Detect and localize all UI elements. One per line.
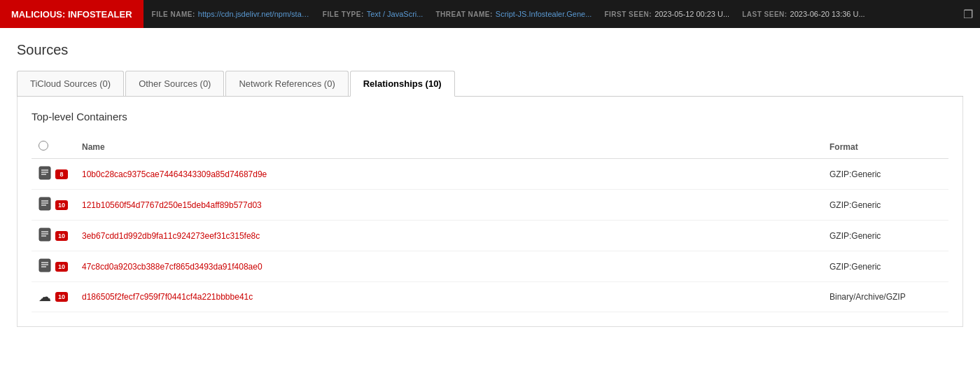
file-name-label: FILE NAME: bbox=[152, 11, 195, 18]
expand-icon[interactable]: ❐ bbox=[963, 8, 973, 21]
tab-0[interactable]: TiCloud Sources (0) bbox=[17, 71, 124, 96]
threat-count-badge: 10 bbox=[55, 200, 68, 210]
cloud-file-icon: ☁ bbox=[38, 289, 51, 305]
last-seen-value: 2023-06-20 13:36 U... bbox=[790, 10, 865, 18]
hash-link[interactable]: 121b10560f54d7767d250e15deb4aff89b577d03 bbox=[82, 200, 262, 210]
svg-rect-0 bbox=[39, 167, 50, 179]
table-section-title: Top-level Containers bbox=[31, 111, 948, 123]
row-icon-cell: 10 bbox=[31, 251, 75, 282]
table-row: 1047c8cd0a9203cb388e7cf865d3493da91f408a… bbox=[31, 251, 948, 282]
row-format-cell: GZIP:Generic bbox=[822, 251, 948, 282]
row-icons: 10 bbox=[38, 197, 68, 213]
circle-icon bbox=[38, 141, 48, 151]
tabs-bar: TiCloud Sources (0)Other Sources (0)Netw… bbox=[17, 71, 963, 97]
threat-count-badge: 10 bbox=[55, 292, 68, 302]
table-container: Top-level Containers Name Format 810b0c2… bbox=[17, 97, 963, 327]
first-seen-item: FIRST SEEN: 2023-05-12 00:23 U... bbox=[604, 10, 729, 18]
top-bar: MALICIOUS: INFOSTEALER FILE NAME: https:… bbox=[0, 0, 980, 28]
col-icon bbox=[31, 135, 75, 159]
hash-link[interactable]: 47c8cd0a9203cb388e7cf865d3493da91f408ae0 bbox=[82, 262, 262, 272]
threat-name-value[interactable]: Script-JS.Infostealer.Gene... bbox=[496, 10, 592, 18]
svg-rect-12 bbox=[39, 259, 50, 272]
file-name-value[interactable]: https://cdn.jsdelivr.net/npm/standforusz… bbox=[198, 10, 310, 18]
row-hash-cell: 3eb67cdd1d992db9fa11c924273eef31c315fe8c bbox=[75, 221, 822, 251]
file-type-label: FILE TYPE: bbox=[323, 11, 364, 18]
svg-rect-8 bbox=[39, 228, 50, 241]
relationships-table: Name Format 810b0c28cac9375cae7446434330… bbox=[31, 135, 948, 312]
document-file-icon bbox=[38, 166, 51, 182]
row-hash-cell: 10b0c28cac9375cae74464343309a85d74687d9e bbox=[75, 159, 822, 190]
row-icon-cell: 8 bbox=[31, 159, 75, 190]
file-type-item: FILE TYPE: Text / JavaScri... bbox=[323, 10, 424, 18]
threat-count-badge: 10 bbox=[55, 262, 68, 272]
row-hash-cell: d186505f2fecf7c959f7f0441cf4a221bbbbe41c bbox=[75, 282, 822, 312]
hash-link[interactable]: 3eb67cdd1d992db9fa11c924273eef31c315fe8c bbox=[82, 231, 260, 241]
threat-name-item: THREAT NAME: Script-JS.Infostealer.Gene.… bbox=[435, 10, 592, 18]
row-icons: 8 bbox=[38, 166, 68, 182]
threat-name-label: THREAT NAME: bbox=[435, 11, 492, 18]
threat-count-badge: 8 bbox=[55, 169, 68, 179]
table-row: ☁10d186505f2fecf7c959f7f0441cf4a221bbbbe… bbox=[31, 282, 948, 312]
file-type-value[interactable]: Text / JavaScri... bbox=[367, 10, 424, 18]
last-seen-label: LAST SEEN: bbox=[742, 11, 787, 18]
page-content: Sources TiCloud Sources (0)Other Sources… bbox=[0, 28, 980, 341]
svg-rect-4 bbox=[39, 197, 50, 210]
table-row: 810b0c28cac9375cae74464343309a85d74687d9… bbox=[31, 159, 948, 190]
last-seen-item: LAST SEEN: 2023-06-20 13:36 U... bbox=[742, 10, 864, 18]
hash-link[interactable]: d186505f2fecf7c959f7f0441cf4a221bbbbe41c bbox=[82, 292, 253, 302]
first-seen-label: FIRST SEEN: bbox=[604, 11, 652, 18]
tab-2[interactable]: Network References (0) bbox=[225, 71, 348, 96]
table-row: 10121b10560f54d7767d250e15deb4aff89b577d… bbox=[31, 190, 948, 221]
row-icons: 10 bbox=[38, 228, 68, 244]
row-icon-cell: ☁10 bbox=[31, 282, 75, 312]
hash-link[interactable]: 10b0c28cac9375cae74464343309a85d74687d9e bbox=[82, 169, 267, 179]
row-format-cell: GZIP:Generic bbox=[822, 159, 948, 190]
document-file-icon bbox=[38, 197, 51, 213]
row-icon-cell: 10 bbox=[31, 221, 75, 251]
threat-count-badge: 10 bbox=[55, 231, 68, 241]
row-format-cell: GZIP:Generic bbox=[822, 221, 948, 251]
first-seen-value: 2023-05-12 00:23 U... bbox=[654, 10, 729, 18]
table-row: 103eb67cdd1d992db9fa11c924273eef31c315fe… bbox=[31, 221, 948, 251]
document-file-icon bbox=[38, 228, 51, 244]
threat-badge: MALICIOUS: INFOSTEALER bbox=[0, 0, 144, 28]
table-header-row: Name Format bbox=[31, 135, 948, 159]
document-file-icon bbox=[38, 258, 51, 274]
row-icon-cell: 10 bbox=[31, 190, 75, 221]
row-icons: 10 bbox=[38, 258, 68, 274]
row-format-cell: Binary/Archive/GZIP bbox=[822, 282, 948, 312]
tab-1[interactable]: Other Sources (0) bbox=[125, 71, 224, 96]
row-hash-cell: 121b10560f54d7767d250e15deb4aff89b577d03 bbox=[75, 190, 822, 221]
col-format: Format bbox=[822, 135, 948, 159]
file-name-item: FILE NAME: https://cdn.jsdelivr.net/npm/… bbox=[152, 10, 310, 18]
section-title: Sources bbox=[17, 42, 963, 58]
row-icons: ☁10 bbox=[38, 289, 68, 305]
row-hash-cell: 47c8cd0a9203cb388e7cf865d3493da91f408ae0 bbox=[75, 251, 822, 282]
col-name: Name bbox=[75, 135, 822, 159]
top-bar-meta: FILE NAME: https://cdn.jsdelivr.net/npm/… bbox=[144, 10, 963, 18]
tab-3[interactable]: Relationships (10) bbox=[350, 71, 455, 97]
row-format-cell: GZIP:Generic bbox=[822, 190, 948, 221]
